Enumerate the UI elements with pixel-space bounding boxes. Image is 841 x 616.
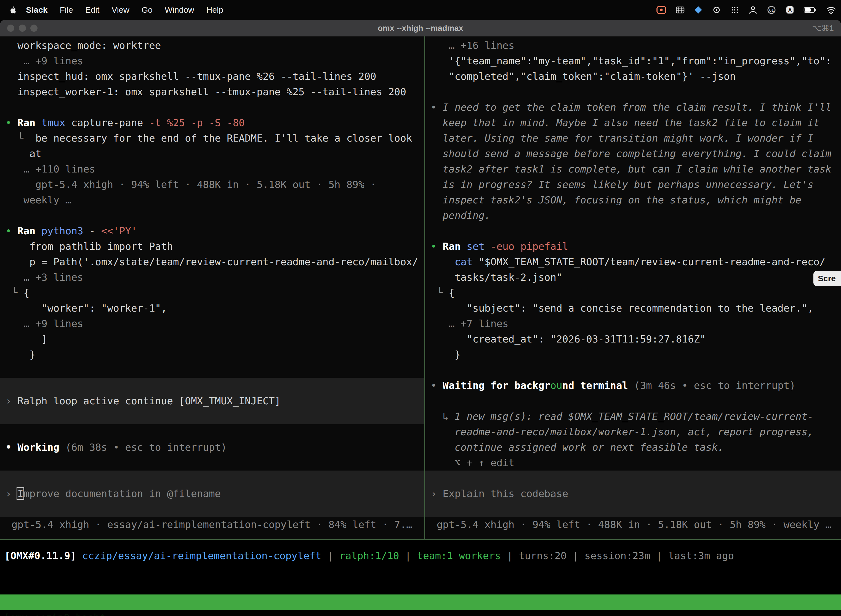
terminal-text-segment: set (467, 241, 491, 252)
terminal-text-segment: at (6, 148, 41, 159)
terminal-text-segment: be necessary for the end of the README. … (35, 132, 412, 144)
terminal-text-segment: (3m 46s • esc to interrupt) (634, 380, 796, 391)
terminal-row: readme-and-reco/mailbox/worker-1.json, a… (425, 424, 841, 440)
screen-share-overlay-button[interactable]: Scre (813, 271, 841, 286)
terminal-text-segment: gpt-5.4 xhigh · 94% left · 488K in · 5.1… (431, 519, 831, 530)
terminal-text-segment: { (448, 287, 455, 298)
terminal-row (0, 424, 424, 440)
terminal-text-segment: Ran (442, 241, 467, 252)
battery-gauge-badge[interactable]: 61 (766, 5, 777, 15)
terminal-row: from pathlib import Path (0, 239, 424, 254)
terminal-text-segment: is in progress? It seems likely but perh… (431, 179, 813, 190)
composer-input[interactable]: › Improve documentation in @filename (0, 486, 424, 502)
traffic-lights (7, 25, 38, 32)
terminal-text-segment: [OMX#0.11.9] (4, 550, 82, 561)
dots-grid-icon[interactable] (730, 5, 740, 15)
input-source-a-icon[interactable]: A (785, 5, 795, 15)
composer-input[interactable]: › Explain this codebase (425, 486, 841, 502)
terminal-text-segment: › (6, 488, 18, 499)
window-title-bar: omx --xhigh --madmax ⌥⌘1 (0, 20, 841, 37)
menu-window[interactable]: Window (165, 5, 194, 15)
terminal-row: at (0, 146, 424, 161)
terminal-text-segment: ralph:1/10 (339, 550, 399, 561)
terminal-text-segment: • (6, 225, 18, 236)
terminal-text-segment: weekly … (6, 194, 71, 205)
menu-bar-status-icons: 61 A (656, 5, 836, 15)
app-menu-slack[interactable]: Slack (26, 5, 47, 15)
terminal-row: is in progress? It seems likely but perh… (425, 177, 841, 192)
terminal-row: … +3 lines (0, 270, 424, 285)
terminal-text-segment: pending. (431, 210, 491, 221)
terminal-text-segment: -t %25 -p -S -80 (149, 117, 245, 128)
table-grid-icon[interactable] (675, 5, 685, 15)
terminal-row: … +16 lines (425, 38, 841, 53)
terminal-text-segment: • (431, 101, 442, 113)
terminal-text-segment: turns:20 (519, 550, 567, 561)
terminal-text-segment: { (23, 287, 29, 298)
menu-go[interactable]: Go (142, 5, 152, 15)
tmux-pane-left: workspace_mode: worktree … +9 lines insp… (0, 37, 424, 539)
terminal-text-segment: ] (6, 333, 47, 345)
terminal-text-segment: … +9 lines (6, 318, 84, 329)
blue-app-icon[interactable] (694, 5, 703, 15)
terminal-text-segment: python3 (41, 225, 89, 236)
menu-edit[interactable]: Edit (85, 5, 100, 15)
battery-icon[interactable] (803, 5, 817, 15)
terminal-text-segment: • (431, 241, 442, 252)
terminal-text-segment: Ran (18, 117, 41, 128)
terminal-text-segment: └ (6, 287, 23, 298)
record-circle-icon[interactable] (712, 5, 721, 15)
window-title: omx --xhigh --madmax (378, 24, 463, 33)
terminal-text-segment: "created_at": "2026-03-31T11:59:27.816Z" (431, 333, 706, 345)
screen-recording-indicator-icon[interactable] (656, 6, 667, 14)
terminal-row: inspect_worker-1: omx sparkshell --tmux-… (0, 84, 424, 100)
terminal-row: └ be necessary for the end of the README… (0, 131, 424, 146)
working-status: • Working (6m 38s • esc to interrupt) (0, 440, 424, 455)
terminal-text-segment: "worker": "worker-1", (6, 302, 167, 314)
terminal-text-segment: ⌥ + ↑ edit (431, 457, 514, 468)
terminal-text-segment: tasks/task-2.json" (431, 271, 562, 283)
terminal-row: '{"team_name":"my-team","task_id":"1","f… (425, 53, 841, 69)
command-ran-python: • Ran python3 - <<'PY' (0, 223, 424, 239)
menu-help[interactable]: Help (207, 5, 224, 15)
terminal-row: pending. (425, 208, 841, 223)
terminal-text-segment: cat (431, 256, 478, 267)
apple-menu-icon[interactable] (9, 6, 16, 14)
wifi-icon[interactable] (826, 6, 836, 14)
menu-file[interactable]: File (60, 5, 73, 15)
terminal-row: └ { (425, 285, 841, 301)
terminal-row: cat "$OMX_TEAM_STATE_ROOT/team/review-cu… (425, 254, 841, 270)
terminal-row: workspace_mode: worktree (0, 38, 424, 53)
terminal-text-segment: … +3 lines (6, 271, 84, 283)
minimize-button[interactable] (19, 25, 26, 32)
terminal-row: later. Using the same for transition mig… (425, 131, 841, 146)
terminal-row (425, 362, 841, 378)
terminal-text-segment: • Working (6, 441, 65, 453)
terminal-text-segment: } (431, 349, 460, 360)
terminal-text-segment: "subject": "send a concise recommendatio… (431, 302, 813, 314)
waiting-status: • Waiting for background terminal (3m 46… (425, 378, 841, 393)
command-ran-tmux-capture: • Ran tmux capture-pane -t %25 -p -S -80 (0, 115, 424, 131)
terminal-text-segment: └ (6, 132, 35, 144)
menu-view[interactable]: View (111, 5, 129, 15)
terminal-text-segment: mprove documentation in @filename (23, 488, 221, 499)
terminal-row (0, 378, 424, 393)
person-icon[interactable] (748, 5, 757, 15)
terminal-row: gpt-5.4 xhigh · 94% left · 488K in · 5.1… (0, 177, 424, 192)
terminal-row (0, 409, 424, 424)
terminal-text-segment: inspect task2's JSON, focusing on the st… (431, 194, 801, 205)
menu-bar: Slack File Edit View Go Window Help (0, 0, 841, 20)
terminal-text-segment: team:1 workers (417, 550, 501, 561)
terminal-row (0, 208, 424, 223)
terminal-row: tasks/task-2.json" (425, 270, 841, 285)
terminal-text-segment: from pathlib import Path (6, 241, 173, 252)
ralph-loop-banner: › Ralph loop active continue [OMX_TMUX_I… (0, 393, 424, 409)
terminal-row: weekly … (0, 192, 424, 208)
zoom-button[interactable] (30, 25, 38, 32)
terminal-text-segment: "completed","claim_token":"claim-token"}… (431, 70, 736, 82)
terminal-text-segment: | (567, 550, 585, 561)
terminal-text-segment: gpt-5.4 xhigh · 94% left · 488K in · 5.1… (6, 179, 377, 190)
terminal-row: "completed","claim_token":"claim-token"}… (425, 69, 841, 84)
close-button[interactable] (7, 25, 14, 32)
terminal-text-segment: keep that in mind. Maybe I also need the… (431, 117, 819, 128)
